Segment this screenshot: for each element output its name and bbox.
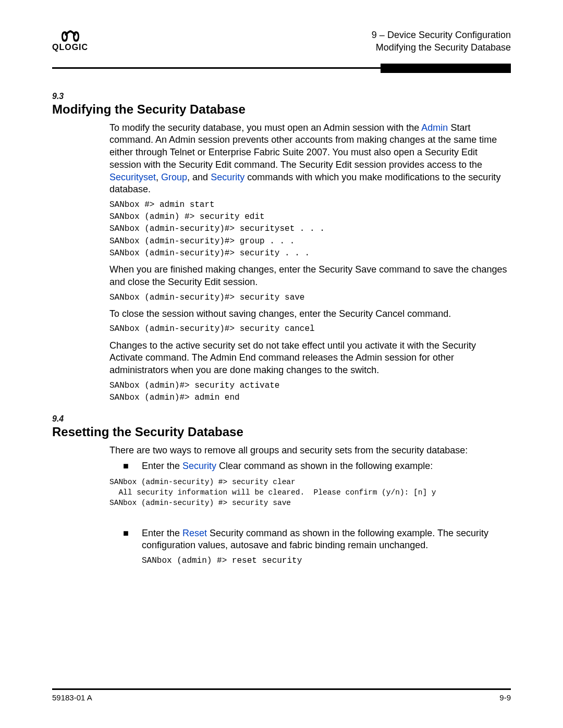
section-heading: Resetting the Security Database bbox=[52, 425, 511, 439]
chapter-reference: 9 – Device Security Configuration bbox=[372, 29, 511, 41]
paragraph: Enter the Reset Security command as show… bbox=[142, 527, 511, 552]
bullet-icon: ■ bbox=[123, 460, 142, 476]
link-security-clear[interactable]: Security bbox=[182, 461, 216, 471]
paragraph: To modify the security database, you mus… bbox=[109, 122, 511, 196]
footer-doc-id: 59183-01 A bbox=[52, 693, 92, 702]
bullet-icon: ■ bbox=[123, 527, 142, 572]
paragraph: There are two ways to remove all groups … bbox=[109, 445, 511, 457]
link-admin[interactable]: Admin bbox=[421, 122, 448, 133]
link-securityset[interactable]: Securityset bbox=[109, 172, 156, 182]
paragraph: Changes to the active security set do no… bbox=[109, 340, 511, 377]
page-header: QLOGIC 9 – Device Security Configuration… bbox=[52, 29, 511, 59]
paragraph: When you are finished making changes, en… bbox=[109, 264, 511, 289]
page-footer: 59183-01 A 9-9 bbox=[52, 688, 511, 702]
code-block: SANbox (admin-security)#> security save bbox=[109, 292, 511, 304]
paragraph: Enter the Security Clear command as show… bbox=[142, 460, 511, 473]
code-block: SANbox #> admin start SANbox (admin) #> … bbox=[109, 199, 511, 260]
link-security[interactable]: Security bbox=[211, 172, 244, 182]
section-heading: Modifying the Security Database bbox=[52, 102, 511, 117]
link-group[interactable]: Group bbox=[161, 172, 187, 182]
code-block: SANbox (admin-security) #> security clea… bbox=[109, 477, 511, 509]
header-rule bbox=[52, 64, 511, 73]
paragraph: To close the session without saving chan… bbox=[109, 308, 511, 320]
logo-text: QLOGIC bbox=[52, 43, 88, 52]
link-reset[interactable]: Reset bbox=[182, 528, 207, 538]
footer-page-number: 9-9 bbox=[499, 693, 511, 702]
list-item: ■ Enter the Security Clear command as sh… bbox=[123, 460, 511, 476]
logo-glyph-icon bbox=[62, 30, 79, 43]
header-breadcrumb: 9 – Device Security Configuration Modify… bbox=[372, 29, 511, 54]
page-content: 9.3 Modifying the Security Database To m… bbox=[52, 73, 511, 572]
section-number: 9.4 bbox=[52, 414, 511, 424]
code-block: SANbox (admin-security)#> security cance… bbox=[109, 323, 511, 335]
section-reference: Modifying the Security Database bbox=[372, 41, 511, 54]
section-number: 9.3 bbox=[52, 92, 511, 101]
code-block: SANbox (admin)#> security activate SANbo… bbox=[109, 380, 511, 404]
logo: QLOGIC bbox=[52, 29, 88, 52]
list-item: ■ Enter the Reset Security command as sh… bbox=[123, 527, 511, 572]
code-block: SANbox (admin) #> reset security bbox=[142, 555, 511, 567]
